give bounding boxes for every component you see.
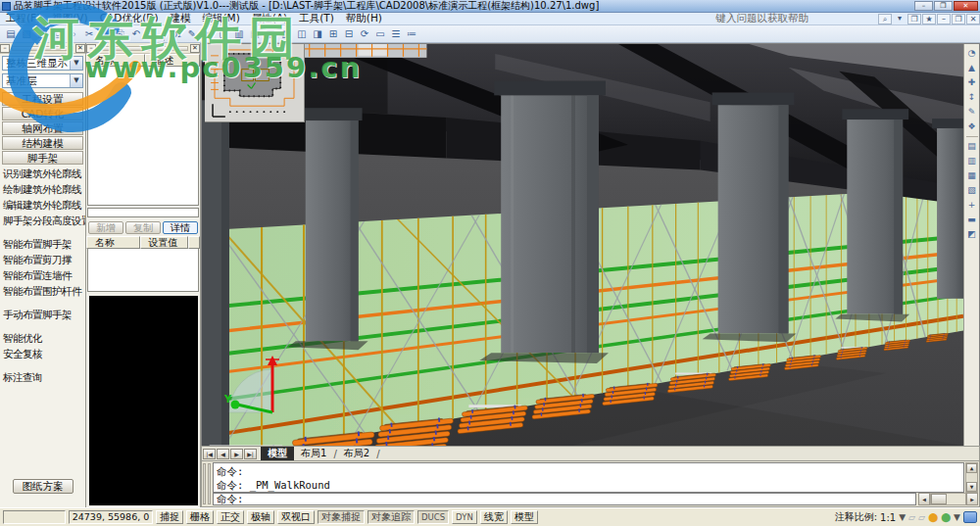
slab-model-icon[interactable]: ◨ — [310, 26, 325, 41]
drawing-scheme-button[interactable]: 图纸方案 — [13, 479, 74, 494]
window-panel-icon[interactable]: ❐ — [907, 14, 921, 24]
category-structure-model[interactable]: 结构建模 — [2, 136, 83, 150]
undo-icon[interactable]: ↶ — [128, 26, 144, 41]
sidebar-item-smart-bracing[interactable]: 智能布置剪刀撑 — [0, 252, 85, 267]
toggle-osnap[interactable]: 对象捕捉 — [318, 510, 365, 524]
command-vscrollbar[interactable]: ▲ ▼ — [965, 462, 978, 493]
grab-icon[interactable]: ❖ — [965, 120, 979, 134]
hscroll-thumb[interactable] — [931, 494, 947, 504]
annotation-visibility-icon[interactable]: ▱ — [908, 511, 915, 523]
select-box-icon[interactable]: ▢ — [216, 26, 231, 41]
property-table[interactable] — [87, 249, 199, 292]
sidebar-item-segment-height[interactable]: 脚手架分段高度设置 — [0, 213, 85, 228]
panel-minimize-icon[interactable]: – — [86, 44, 96, 53]
column-model-icon[interactable]: ▦ — [263, 26, 278, 41]
sidebar-item-smart-scaffold[interactable]: 智能布置脚手架 — [0, 236, 85, 252]
toggle-dual-viewport[interactable]: 双视口 — [277, 510, 315, 524]
3d-scene-canvas[interactable] — [202, 44, 963, 446]
chevron-down-icon[interactable]: ▼ — [70, 57, 82, 70]
redo-icon[interactable]: ↷ — [144, 26, 160, 41]
command-history[interactable]: 命令: 命令: _PM_WalkRound — [213, 462, 964, 493]
command-hscrollbar[interactable]: ◀ ▶ — [918, 493, 978, 505]
display-mode-select[interactable]: 整栋三维显示 ▼ — [2, 56, 83, 71]
command-grip[interactable] — [208, 463, 211, 504]
scroll-down-icon[interactable]: ▼ — [966, 482, 977, 492]
3d-viewport[interactable]: Y ◔ ▲ ✚ ↕ ✎ ❖ ▤ ▥ ▦ ▧ + ▬ ◩ — [201, 43, 980, 446]
column-header-prop-value[interactable]: 设置值 — [140, 236, 189, 249]
category-project-settings[interactable]: 工程设置 — [2, 92, 83, 106]
search-dropdown-icon[interactable]: ▾ — [893, 14, 906, 24]
new-scheme-button[interactable]: 新增 — [88, 221, 123, 234]
sidebar-item-draw-outline[interactable]: 绘制建筑外轮廓线 — [0, 181, 85, 197]
sidebar-item-manual-scaffold[interactable]: 手动布置脚手架 — [0, 307, 85, 322]
toggle-ducs[interactable]: DUCS — [417, 510, 449, 524]
sidebar-item-smart-wall-ties[interactable]: 智能布置连墙件 — [0, 267, 85, 283]
draw-edit-icon[interactable]: ✎ — [184, 26, 200, 41]
command-window[interactable]: 命令: 命令: _PM_WalkRound ▲ ▼ 命令: ◀ ▶ — [201, 460, 980, 507]
menu-attribute[interactable]: 属性(A) — [246, 12, 293, 25]
child-close-icon[interactable]: ✕ — [966, 14, 980, 24]
sidebar-item-annotation-query[interactable]: 标注查询 — [0, 369, 85, 385]
sidebar-item-smart-optimize[interactable]: 智能优化 — [0, 330, 85, 346]
fullscreen-icon[interactable] — [963, 511, 977, 523]
toggle-otrack[interactable]: 对象追踪 — [368, 510, 415, 524]
scale-dropdown-icon[interactable]: ▼ — [899, 511, 906, 523]
toggle-snap[interactable]: 捕捉 — [156, 510, 183, 524]
open-file-icon[interactable]: ▧ — [19, 26, 34, 41]
detail-button[interactable]: 详情 — [163, 221, 198, 234]
scheme-list[interactable] — [87, 67, 199, 206]
shade-mode-icon[interactable]: ◩ — [965, 227, 979, 242]
panel-close-icon[interactable]: ✕ — [190, 44, 200, 53]
perspective-icon[interactable]: ▲ — [965, 61, 979, 75]
print-icon[interactable]: ⎙ — [50, 26, 66, 41]
save-file-icon[interactable]: ▨ — [34, 26, 50, 41]
copy-icon[interactable]: ▣ — [97, 26, 113, 41]
sidebar-close-icon[interactable]: ✕ — [75, 44, 85, 53]
sidebar-item-smart-guardrail[interactable]: 智能布置围护杆件 — [0, 283, 85, 299]
minimize-button[interactable]: – — [914, 1, 933, 11]
menu-help[interactable]: 帮助(H) — [340, 12, 388, 25]
erase-icon[interactable]: ✕ — [200, 26, 216, 41]
drawing-sheet-icon[interactable]: ▭ — [372, 26, 388, 41]
beam-model-icon[interactable]: ▩ — [278, 26, 294, 41]
list-icon[interactable]: ☰ — [388, 26, 404, 41]
sidebar-item-identify-outline[interactable]: 识别建筑外轮廓线 — [0, 166, 85, 181]
next-tab-icon[interactable]: ▶ — [230, 449, 243, 459]
plan-minimap[interactable] — [205, 44, 305, 122]
toggle-polar[interactable]: 极轴 — [247, 510, 274, 524]
clean-screen-icon[interactable]: ⬤ — [941, 511, 951, 523]
scroll-left-icon[interactable]: ◀ — [918, 493, 930, 505]
sidebar-item-edit-outline[interactable]: 编辑建筑外轮廓线 — [0, 197, 85, 213]
view-front-icon[interactable]: ▤ — [965, 139, 979, 154]
axis-edit-icon[interactable]: ▤ — [247, 26, 263, 41]
toggle-model-space[interactable]: 模型 — [511, 510, 538, 524]
menu-modeling[interactable]: 建模 — [165, 12, 197, 25]
status-menu-icon[interactable]: ▼ — [954, 511, 960, 523]
remove-floor-icon[interactable]: ⊟ — [341, 26, 357, 41]
panel-drag-handle[interactable] — [98, 46, 188, 51]
add-floor-icon[interactable]: ⊞ — [325, 26, 341, 41]
toggle-dyn[interactable]: DYN — [452, 510, 477, 524]
view-iso-icon[interactable]: ▧ — [965, 183, 979, 198]
walk-icon[interactable]: ✎ — [965, 105, 979, 120]
tab-model[interactable]: 模型 — [261, 447, 294, 460]
menu-cad-optimize[interactable]: CAD优化(D) — [94, 12, 165, 25]
search-icon[interactable]: ⌕ — [878, 14, 892, 24]
sidebar-item-safety-check[interactable]: 安全复核 — [0, 346, 85, 361]
orbit-icon[interactable]: ◔ — [965, 46, 979, 61]
category-axis-layout[interactable]: 轴网布置 — [2, 121, 83, 135]
wall-model-icon[interactable]: ◫ — [294, 26, 310, 41]
toggle-lineweight[interactable]: 线宽 — [480, 510, 508, 524]
sidebar-drag-handle[interactable] — [12, 46, 74, 51]
preview-pane[interactable] — [89, 296, 198, 505]
favorites-star-icon[interactable]: ★ — [922, 14, 936, 24]
toggle-ortho[interactable]: 正交 — [217, 510, 244, 524]
hscroll-track[interactable] — [930, 493, 966, 505]
category-cad-convert[interactable]: CAD转化 — [2, 107, 83, 120]
measure-icon[interactable]: ▬ — [965, 213, 979, 227]
restore-button[interactable]: ❐ — [934, 1, 953, 11]
column-header-description[interactable]: 描述 — [145, 54, 200, 67]
help-search-input[interactable]: 键入问题以获取帮助 — [716, 12, 878, 25]
close-button[interactable]: ✕ — [954, 1, 978, 11]
scroll-up-icon[interactable]: ▲ — [966, 463, 977, 473]
